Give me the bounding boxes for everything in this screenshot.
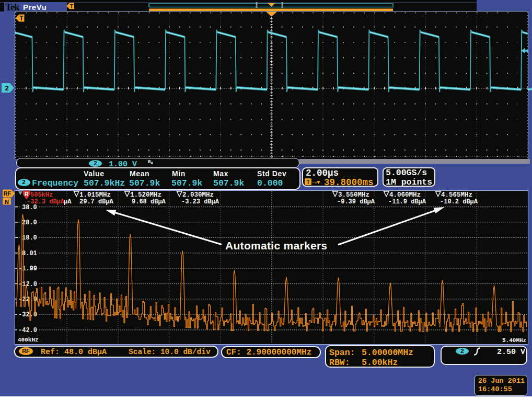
svg-text:R: R (25, 191, 29, 197)
svg-text:RF: RF (4, 190, 11, 197)
svg-text:N: N (5, 199, 9, 205)
